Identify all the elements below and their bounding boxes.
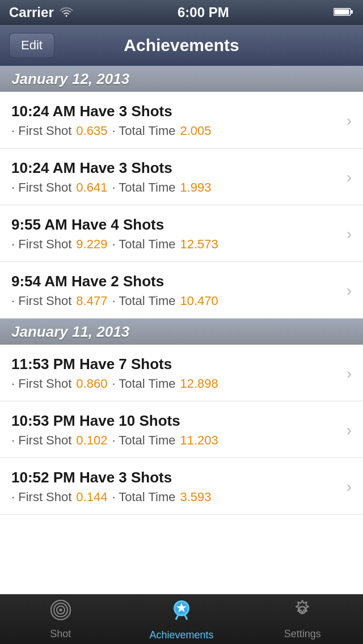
section-header-0: January 12, 2013 <box>0 66 363 92</box>
chevron-right-icon: › <box>347 365 352 383</box>
status-left: Carrier <box>9 5 73 20</box>
list-item[interactable]: 11:53 PM Have 7 Shots· First Shot 0.860 … <box>0 345 363 401</box>
chevron-right-icon: › <box>347 168 352 187</box>
gear-icon <box>292 599 313 626</box>
item-detail: · First Shot 0.860 · Total Time 12.898 <box>11 376 340 391</box>
svg-rect-2 <box>351 10 353 14</box>
status-bar: Carrier 6:00 PM <box>0 0 363 25</box>
first-shot-label: · First Shot <box>11 294 71 308</box>
section-date-0: January 12, 2013 <box>11 70 129 88</box>
nav-title: Achievements <box>124 36 239 55</box>
item-content: 10:24 AM Have 3 Shots· First Shot 0.635 … <box>11 103 340 138</box>
total-time-label: · Total Time <box>112 376 175 391</box>
item-title: 10:24 AM Have 3 Shots <box>11 103 340 120</box>
item-content: 9:55 AM Have 4 Shots· First Shot 9.229 ·… <box>11 216 340 252</box>
tab-shot[interactable]: Shot <box>0 599 121 640</box>
item-detail: · First Shot 0.102 · Total Time 11.203 <box>11 433 340 448</box>
edit-button[interactable]: Edit <box>9 33 54 58</box>
total-time-value: 1.993 <box>180 180 212 195</box>
total-time-label: · Total Time <box>112 490 175 505</box>
total-time-value: 11.203 <box>180 433 218 448</box>
battery-icon <box>334 5 354 20</box>
chevron-right-icon: › <box>347 282 352 300</box>
status-right <box>334 5 354 20</box>
svg-rect-1 <box>334 10 349 15</box>
item-detail: · First Shot 8.477 · Total Time 10.470 <box>11 294 340 308</box>
total-time-value: 2.005 <box>180 124 212 138</box>
list-container: January 12, 201310:24 AM Have 3 Shots· F… <box>0 66 363 594</box>
total-time-label: · Total Time <box>112 433 175 448</box>
status-time: 6:00 PM <box>178 5 229 20</box>
total-time-label: · Total Time <box>112 237 175 252</box>
item-title: 10:53 PM Have 10 Shots <box>11 412 340 430</box>
total-time-value: 12.573 <box>180 237 218 252</box>
item-content: 10:24 AM Have 3 Shots· First Shot 0.641 … <box>11 159 340 195</box>
tab-settings[interactable]: Settings <box>242 599 363 640</box>
total-time-value: 12.898 <box>180 376 218 391</box>
section-header-1: January 11, 2013 <box>0 319 363 345</box>
first-shot-label: · First Shot <box>11 376 71 391</box>
tab-shot-label: Shot <box>50 628 71 640</box>
item-detail: · First Shot 9.229 · Total Time 12.573 <box>11 237 340 252</box>
total-time-label: · Total Time <box>112 124 175 138</box>
first-shot-value: 0.102 <box>76 433 107 448</box>
item-detail: · First Shot 0.641 · Total Time 1.993 <box>11 180 340 195</box>
total-time-value: 3.593 <box>180 490 212 505</box>
item-content: 11:53 PM Have 7 Shots· First Shot 0.860 … <box>11 355 340 391</box>
first-shot-label: · First Shot <box>11 433 71 448</box>
item-title: 10:52 PM Have 3 Shots <box>11 469 340 486</box>
carrier-label: Carrier <box>9 5 54 20</box>
first-shot-value: 0.635 <box>76 124 107 138</box>
tab-settings-label: Settings <box>284 628 321 640</box>
first-shot-value: 0.860 <box>76 376 107 391</box>
list-item[interactable]: 10:24 AM Have 3 Shots· First Shot 0.641 … <box>0 149 363 205</box>
item-title: 9:55 AM Have 4 Shots <box>11 216 340 234</box>
nav-bar: Edit Achievements <box>0 25 363 66</box>
chevron-right-icon: › <box>347 225 352 243</box>
item-content: 9:54 AM Have 2 Shots· First Shot 8.477 ·… <box>11 273 340 308</box>
first-shot-value: 0.144 <box>76 490 107 505</box>
list-item[interactable]: 9:55 AM Have 4 Shots· First Shot 9.229 ·… <box>0 205 363 262</box>
wifi-icon <box>60 5 73 20</box>
item-content: 10:53 PM Have 10 Shots· First Shot 0.102… <box>11 412 340 448</box>
item-detail: · First Shot 0.635 · Total Time 2.005 <box>11 124 340 138</box>
list-item[interactable]: 10:53 PM Have 10 Shots· First Shot 0.102… <box>0 401 363 458</box>
item-content: 10:52 PM Have 3 Shots· First Shot 0.144 … <box>11 469 340 505</box>
first-shot-label: · First Shot <box>11 180 71 195</box>
total-time-value: 10.470 <box>180 294 218 308</box>
target-icon <box>50 599 71 626</box>
tab-bar: Shot Achievements Settings <box>0 594 363 644</box>
item-title: 10:24 AM Have 3 Shots <box>11 159 340 177</box>
chevron-right-icon: › <box>347 478 352 496</box>
svg-point-6 <box>59 608 62 611</box>
first-shot-value: 0.641 <box>76 180 107 195</box>
list-item[interactable]: 10:52 PM Have 3 Shots· First Shot 0.144 … <box>0 458 363 515</box>
section-date-1: January 11, 2013 <box>11 323 129 341</box>
tab-achievements[interactable]: Achievements <box>121 598 242 641</box>
achievements-icon <box>171 598 192 627</box>
total-time-label: · Total Time <box>112 180 175 195</box>
item-title: 9:54 AM Have 2 Shots <box>11 273 340 290</box>
list-item[interactable]: 10:24 AM Have 3 Shots· First Shot 0.635 … <box>0 92 363 149</box>
list-item[interactable]: 9:54 AM Have 2 Shots· First Shot 8.477 ·… <box>0 262 363 319</box>
total-time-label: · Total Time <box>112 294 175 308</box>
chevron-right-icon: › <box>347 112 352 130</box>
chevron-right-icon: › <box>347 421 352 439</box>
first-shot-value: 8.477 <box>76 294 107 308</box>
first-shot-value: 9.229 <box>76 237 107 252</box>
item-detail: · First Shot 0.144 · Total Time 3.593 <box>11 490 340 505</box>
tab-achievements-label: Achievements <box>149 629 213 641</box>
first-shot-label: · First Shot <box>11 237 71 252</box>
first-shot-label: · First Shot <box>11 124 71 138</box>
first-shot-label: · First Shot <box>11 490 71 505</box>
item-title: 11:53 PM Have 7 Shots <box>11 355 340 373</box>
